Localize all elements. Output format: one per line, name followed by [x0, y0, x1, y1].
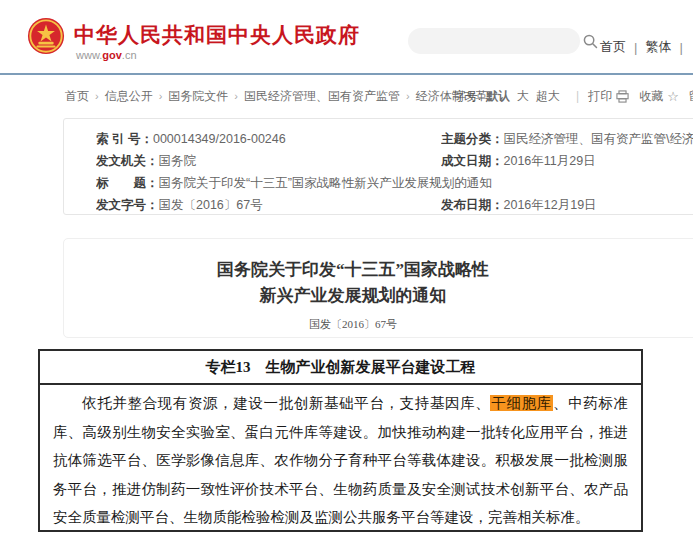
- column-13-heading: 专栏13 生物产业创新发展平台建设工程: [40, 351, 641, 385]
- document-title-line1: 国务院关于印发“十三五”国家战略性: [94, 257, 612, 283]
- meta-topic-category: 主题分类：国民经济管理、国有资产监管\经济体制改革: [441, 128, 693, 150]
- favorite-button[interactable]: 收藏 ☆: [639, 88, 679, 105]
- document-title-line2: 新兴产业发展规划的通知: [94, 283, 612, 309]
- meta-row: 索 引 号：000014349/2016-00246 主题分类：国民经济管理、国…: [96, 128, 693, 150]
- search-icon[interactable]: [583, 34, 598, 49]
- comment-button[interactable]: 留言 ✎: [689, 88, 693, 105]
- national-emblem-logo: [27, 17, 65, 55]
- document-metadata-panel: 索 引 号：000014349/2016-00246 主题分类：国民经济管理、国…: [63, 118, 693, 215]
- top-nav: 首页 | 繁体 |: [600, 38, 683, 56]
- nav-separator: |: [679, 40, 682, 55]
- star-icon: ☆: [667, 89, 679, 104]
- breadcrumb-item-info[interactable]: 信息公开: [105, 88, 153, 105]
- printer-icon: [616, 90, 629, 103]
- site-url: www.gov.cn: [76, 49, 137, 61]
- site-header: 中华人民共和国中央人民政府 www.gov.cn 首页 | 繁体 |: [0, 0, 693, 73]
- nav-separator: |: [634, 40, 637, 55]
- meta-issuing-agency: 发文机关：国务院: [96, 150, 441, 172]
- document-number: 国发〔2016〕67号: [94, 317, 612, 332]
- document-title: 国务院关于印发“十三五”国家战略性 新兴产业发展规划的通知: [94, 257, 612, 309]
- document-title-box: 国务院关于印发“十三五”国家战略性 新兴产业发展规划的通知 国发〔2016〕67…: [63, 238, 693, 338]
- meta-row: 标 题：国务院关于印发“十三五”国家战略性新兴产业发展规划的通知: [96, 172, 693, 194]
- search-input[interactable]: [408, 28, 583, 54]
- meta-doc-number: 发文字号：国发〔2016〕67号: [96, 194, 441, 216]
- breadcrumb-separator: ›: [234, 90, 238, 102]
- toolbar-separator: |: [576, 89, 579, 103]
- search-box[interactable]: [408, 28, 580, 54]
- column-13-body: 依托并整合现有资源，建设一批创新基础平台，支持基因库、干细胞库、中药标准库、高级…: [40, 385, 641, 532]
- breadcrumb-separator: ›: [159, 90, 163, 102]
- nav-traditional[interactable]: 繁体: [645, 38, 671, 56]
- breadcrumb-item-docs[interactable]: 国务院文件: [168, 88, 228, 105]
- body-text-after: 、中药标准库、高级别生物安全实验室、蛋白元件库等建设。加快推动构建一批转化应用平…: [53, 395, 628, 525]
- header-divider: [0, 73, 693, 75]
- meta-written-date: 成文日期：2016年11月29日: [441, 150, 693, 172]
- breadcrumb-item-home[interactable]: 首页: [65, 88, 89, 105]
- breadcrumb-item-category[interactable]: 国民经济管理、国有资产监管: [244, 88, 400, 105]
- highlighted-term: 干细胞库: [490, 395, 553, 411]
- breadcrumb: 首页 › 信息公开 › 国务院文件 › 国民经济管理、国有资产监管 › 经济体制…: [65, 87, 690, 105]
- page: 中华人民共和国中央人民政府 www.gov.cn 首页 | 繁体 | 首页 › …: [0, 0, 693, 537]
- font-size-label: 字号:: [454, 88, 481, 105]
- column-13-box: 专栏13 生物产业创新发展平台建设工程 依托并整合现有资源，建设一批创新基础平台…: [38, 349, 643, 532]
- nav-home[interactable]: 首页: [600, 38, 626, 56]
- print-button[interactable]: 打印: [588, 88, 629, 105]
- font-size-control: 字号: 默认 大 超大: [454, 88, 567, 105]
- print-label: 打印: [588, 88, 612, 105]
- favorite-label: 收藏: [639, 88, 663, 105]
- comment-label: 留言: [689, 88, 693, 105]
- site-title: 中华人民共和国中央人民政府: [74, 21, 360, 49]
- meta-row: 发文机关：国务院 成文日期：2016年11月29日: [96, 150, 693, 172]
- body-text-before: 依托并整合现有资源，建设一批创新基础平台，支持基因库、: [82, 395, 490, 411]
- breadcrumb-separator: ›: [406, 90, 410, 102]
- font-size-default[interactable]: 默认: [486, 88, 510, 105]
- meta-index-number: 索 引 号：000014349/2016-00246: [96, 128, 441, 150]
- font-size-large[interactable]: 大: [517, 88, 529, 105]
- url-prefix: www.: [76, 49, 102, 61]
- font-size-xlarge[interactable]: 超大: [536, 88, 560, 105]
- meta-row: 发文字号：国发〔2016〕67号 发布日期：2016年12月19日: [96, 194, 693, 216]
- url-suffix: .cn: [122, 49, 137, 61]
- meta-title: 标 题：国务院关于印发“十三五”国家战略性新兴产业发展规划的通知: [96, 172, 693, 194]
- breadcrumb-separator: ›: [95, 90, 99, 102]
- meta-publish-date: 发布日期：2016年12月19日: [441, 194, 693, 216]
- url-gov: gov: [102, 49, 122, 61]
